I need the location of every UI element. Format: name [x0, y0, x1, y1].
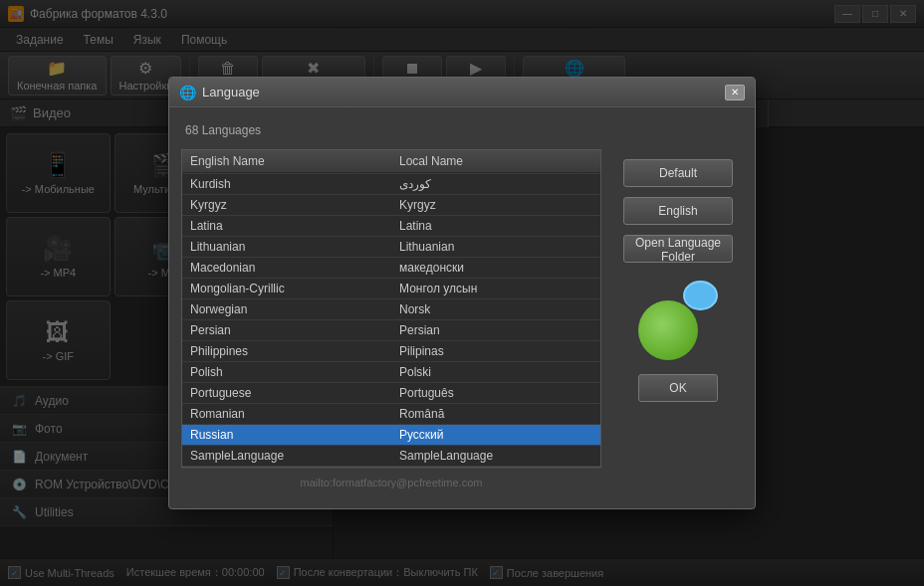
lang-local-name: Persian [391, 320, 600, 341]
lang-local-name: Polski [391, 362, 600, 383]
language-row[interactable]: SampleLanguageSampleLanguage [182, 446, 600, 467]
language-dialog: 🌐 Language ✕ 68 Languages English Name L… [168, 77, 756, 509]
lang-english-name: Lithuanian [182, 237, 391, 258]
language-row[interactable]: KyrgyzKyrgyz [182, 195, 600, 216]
lang-english-name: Kyrgyz [182, 195, 391, 216]
lang-english-name: Macedonian [182, 258, 391, 279]
dialog-title-text: Language [202, 85, 725, 99]
dialog-title-bar: 🌐 Language ✕ [169, 78, 755, 107]
lang-local-name: македонски [391, 258, 600, 279]
language-row[interactable]: PolishPolski [182, 362, 600, 383]
dialog-footer: mailto:formatfactory@pcfreetime.com [181, 468, 601, 496]
lang-local-name: Kyrgyz [391, 195, 600, 216]
language-row[interactable]: NorwegianNorsk [182, 299, 600, 320]
dialog-actions: Default English Open Language Folder OK [613, 119, 743, 496]
dialog-title-icon: 🌐 [179, 85, 196, 100]
language-count: 68 Languages [181, 119, 601, 141]
footer-email: mailto:formatfactory@pcfreetime.com [301, 477, 483, 488]
lang-english-name: Norwegian [182, 299, 391, 320]
lang-english-name: Mongolian-Cyrillic [182, 279, 391, 299]
lang-local-name: Pilipinas [391, 341, 600, 362]
avatar-speech-bubble [683, 281, 718, 310]
language-row[interactable]: Kurdishکوردی [182, 174, 600, 195]
lang-english-name: Romanian [182, 404, 391, 425]
lang-local-name: Latina [391, 216, 600, 237]
lang-english-name: Philippines [182, 341, 391, 362]
dialog-close-button[interactable]: ✕ [725, 85, 745, 100]
lang-english-name: Persian [182, 320, 391, 341]
lang-local-name: Română [391, 404, 600, 425]
lang-local-name: SampleLanguage [391, 446, 600, 467]
lang-local-name: کوردی [391, 174, 600, 195]
open-folder-button[interactable]: Open Language Folder [623, 235, 733, 263]
avatar-body [638, 300, 698, 360]
col-english-name: English Name [182, 150, 391, 173]
language-list[interactable]: English Name Local Name Japanese日本語Khmer… [181, 149, 601, 468]
lang-local-name: Português [391, 383, 600, 404]
dialog-avatar [638, 281, 718, 360]
col-local-name: Local Name [391, 150, 600, 173]
lang-english-name: Latina [182, 216, 391, 237]
language-row[interactable]: PhilippinesPilipinas [182, 341, 600, 362]
english-button[interactable]: English [623, 197, 733, 225]
language-table: English Name Local Name Japanese日本語Khmer… [182, 149, 600, 467]
language-row[interactable]: RussianРусский [182, 425, 600, 446]
lang-english-name: Portuguese [182, 383, 391, 404]
default-button[interactable]: Default [623, 159, 733, 187]
lang-english-name: Russian [182, 425, 391, 446]
language-row[interactable]: PortuguesePortuguês [182, 383, 600, 404]
lang-english-name: Polish [182, 362, 391, 383]
language-row[interactable]: LatinaLatina [182, 216, 600, 237]
ok-button[interactable]: OK [638, 374, 718, 402]
lang-local-name: Lithuanian [391, 237, 600, 258]
lang-local-name: Norsk [391, 299, 600, 320]
language-row[interactable]: RomanianRomână [182, 404, 600, 425]
lang-local-name: Монгол улсын [391, 279, 600, 299]
language-row[interactable]: LithuanianLithuanian [182, 237, 600, 258]
lang-english-name: Kurdish [182, 174, 391, 195]
dialog-overlay: 🌐 Language ✕ 68 Languages English Name L… [0, 0, 924, 586]
dialog-body: 68 Languages English Name Local Name Jap… [169, 107, 755, 508]
dialog-language-panel: 68 Languages English Name Local Name Jap… [181, 119, 601, 496]
language-row[interactable]: PersianPersian [182, 320, 600, 341]
language-row[interactable]: Mongolian-CyrillicМонгол улсын [182, 279, 600, 299]
lang-local-name: Русский [391, 425, 600, 446]
language-row[interactable]: Macedonianмакедонски [182, 258, 600, 279]
lang-english-name: SampleLanguage [182, 446, 391, 467]
